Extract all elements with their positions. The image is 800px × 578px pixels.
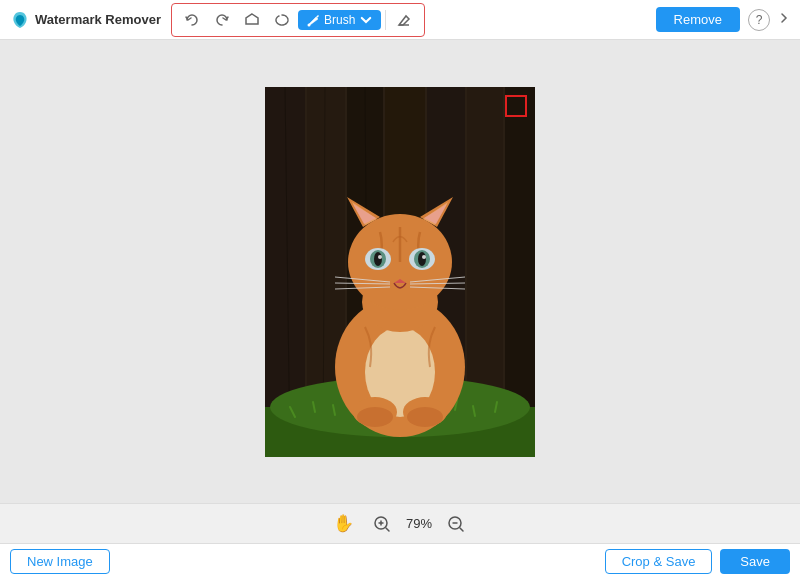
header: Watermark Remover	[0, 0, 800, 40]
zoom-out-icon	[447, 515, 465, 533]
eraser-icon	[396, 12, 412, 28]
help-button[interactable]: ?	[748, 9, 770, 31]
undo-icon	[184, 12, 200, 28]
redo-button[interactable]	[208, 6, 236, 34]
chevron-down-icon	[359, 13, 373, 27]
brush-icon	[306, 13, 320, 27]
toolbar-divider	[385, 10, 386, 30]
svg-line-62	[460, 528, 463, 531]
svg-point-1	[307, 23, 310, 26]
save-button[interactable]: Save	[720, 549, 790, 574]
svg-point-47	[418, 252, 426, 266]
svg-point-31	[357, 407, 393, 427]
svg-point-44	[378, 255, 382, 259]
chevron-right-icon	[778, 12, 790, 24]
remove-button[interactable]: Remove	[656, 7, 740, 32]
brush-label: Brush	[324, 13, 355, 27]
app-logo: Watermark Remover	[10, 10, 161, 30]
lasso-icon	[274, 12, 290, 28]
lasso-tool-button[interactable]	[268, 6, 296, 34]
redo-icon	[214, 12, 230, 28]
svg-marker-0	[246, 14, 258, 24]
kitten-image	[265, 87, 535, 457]
svg-point-32	[407, 407, 443, 427]
crop-save-button[interactable]: Crop & Save	[605, 549, 713, 574]
footer-right: Crop & Save Save	[605, 549, 790, 574]
svg-point-43	[374, 252, 382, 266]
logo-icon	[10, 10, 30, 30]
expand-button[interactable]	[778, 12, 790, 27]
zoom-bar: ✋ 79%	[0, 503, 800, 543]
svg-point-48	[422, 255, 426, 259]
toolbar: Brush	[171, 3, 425, 37]
image-container	[265, 87, 535, 457]
undo-button[interactable]	[178, 6, 206, 34]
zoom-percent: 79%	[406, 516, 432, 531]
footer: New Image Crop & Save Save	[0, 543, 800, 578]
zoom-in-icon	[373, 515, 391, 533]
brush-tool-button[interactable]: Brush	[298, 10, 381, 30]
canvas-area	[0, 40, 800, 503]
header-right: Remove ?	[656, 7, 790, 32]
polygon-icon	[244, 12, 260, 28]
hand-icon: ✋	[333, 513, 354, 534]
new-image-button[interactable]: New Image	[10, 549, 110, 574]
svg-line-59	[386, 528, 389, 531]
selection-indicator	[505, 95, 527, 117]
zoom-out-button[interactable]	[442, 510, 470, 538]
pan-tool-button[interactable]: ✋	[330, 510, 358, 538]
eraser-tool-button[interactable]	[390, 6, 418, 34]
zoom-in-button[interactable]	[368, 510, 396, 538]
app-title: Watermark Remover	[35, 12, 161, 27]
polygon-tool-button[interactable]	[238, 6, 266, 34]
